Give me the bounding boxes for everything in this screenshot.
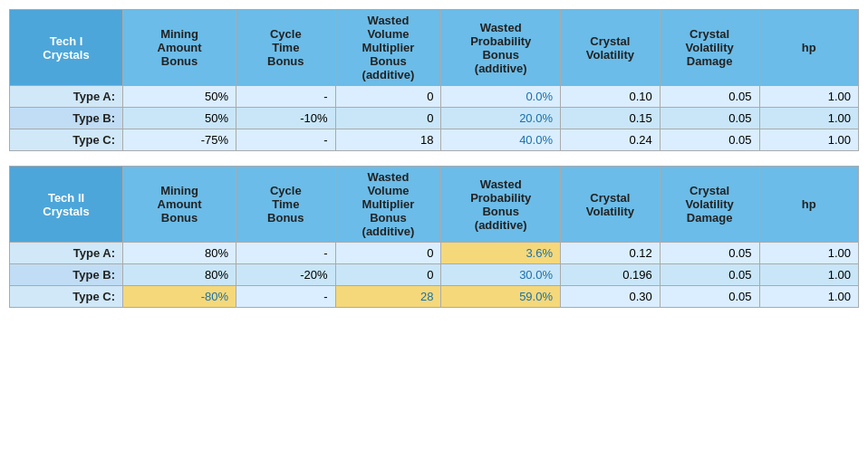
tech1-row-2-label: Type C: [10,129,123,151]
tech2-col-1: Cycle Time Bonus [236,167,335,243]
tech1-row-1-cell-0: 50% [123,108,236,129]
tech1-row-2-cell-6: 1.00 [759,129,858,151]
tech2-row-1-cell-6: 1.00 [759,264,858,286]
tech2-row-2-label: Type C: [10,286,123,308]
tech2-row-1-cell-3: 30.0% [441,264,561,286]
tech1-row-2-cell-4: 0.24 [561,129,661,151]
tech1-row-0-cell-0: 50% [123,86,236,108]
tech2-col-5: Crystal Volatility Damage [660,167,759,243]
tech1-row-0-label: Type A: [10,86,123,108]
tech2-row-0-cell-2: 0 [335,243,441,264]
tech2-row-2-cell-3: 59.0% [441,286,561,308]
tech1-row-0-cell-1: - [236,86,335,108]
tech1-col-6: hp [759,10,858,86]
tech1-row-2-cell-0: -75% [123,129,236,151]
tech1-row-0: Type A:50%-00.0%0.100.051.00 [10,86,859,108]
tech1-col-3: Wasted Probability Bonus (additive) [441,10,561,86]
tech2-row-2-cell-2: 28 [335,286,441,308]
tech2-row-1-label: Type B: [10,264,123,286]
tech1-row-2-cell-5: 0.05 [660,129,759,151]
tech1-row-0-cell-2: 0 [335,86,441,108]
tech1-row-1-cell-3: 20.0% [441,108,561,129]
tech2-row-2-cell-5: 0.05 [660,286,759,308]
tech1-row-1-cell-2: 0 [335,108,441,129]
tech1-row-0-cell-3: 0.0% [441,86,561,108]
tech1-col-2: Wasted Volume Multiplier Bonus (additive… [335,10,441,86]
tech1-row-1-cell-4: 0.15 [561,108,661,129]
tech1-col-5: Crystal Volatility Damage [660,10,759,86]
tables-container: Tech I CrystalsMining Amount BonusCycle … [9,9,859,308]
tech2-row-0-cell-4: 0.12 [561,243,661,264]
tech2-row-1-cell-2: 0 [335,264,441,286]
tech1-col-4: Crystal Volatility [561,10,661,86]
tech2-row-1-cell-5: 0.05 [660,264,759,286]
table-tech2: Tech II CrystalsMining Amount BonusCycle… [9,166,859,308]
tech2-header-label: Tech II Crystals [10,167,123,243]
tech2-row-0: Type A:80%-03.6%0.120.051.00 [10,243,859,264]
tech1-row-2-cell-3: 40.0% [441,129,561,151]
tech2-row-1: Type B:80%-20%030.0%0.1960.051.00 [10,264,859,286]
tech2-row-0-label: Type A: [10,243,123,264]
tech1-row-1-label: Type B: [10,108,123,129]
tech2-row-0-cell-5: 0.05 [660,243,759,264]
tech1-row-1-cell-5: 0.05 [660,108,759,129]
tech2-row-2: Type C:-80%-2859.0%0.300.051.00 [10,286,859,308]
tech2-row-1-cell-0: 80% [123,264,236,286]
tech2-row-2-cell-0: -80% [123,286,236,308]
tech2-col-4: Crystal Volatility [561,167,661,243]
tech2-row-0-cell-1: - [236,243,335,264]
tech2-row-1-cell-4: 0.196 [561,264,661,286]
table-tech1: Tech I CrystalsMining Amount BonusCycle … [9,9,859,151]
tech1-row-0-cell-4: 0.10 [561,86,661,108]
tech2-row-0-cell-6: 1.00 [759,243,858,264]
tech1-header-label: Tech I Crystals [10,10,123,86]
tech1-row-2-cell-1: - [236,129,335,151]
tech1-row-1-cell-1: -10% [236,108,335,129]
tech1-row-1: Type B:50%-10%020.0%0.150.051.00 [10,108,859,129]
tech1-col-0: Mining Amount Bonus [123,10,236,86]
tech2-row-2-cell-1: - [236,286,335,308]
tech2-row-0-cell-0: 80% [123,243,236,264]
tech2-col-6: hp [759,167,858,243]
tech2-col-3: Wasted Probability Bonus (additive) [441,167,561,243]
tech2-row-2-cell-6: 1.00 [759,286,858,308]
tech1-row-2-cell-2: 18 [335,129,441,151]
tech1-col-1: Cycle Time Bonus [236,10,335,86]
tech2-col-2: Wasted Volume Multiplier Bonus (additive… [335,167,441,243]
tech2-row-0-cell-3: 3.6% [441,243,561,264]
tech2-row-1-cell-1: -20% [236,264,335,286]
tech1-row-2: Type C:-75%-1840.0%0.240.051.00 [10,129,859,151]
tech1-row-0-cell-5: 0.05 [660,86,759,108]
tech2-col-0: Mining Amount Bonus [123,167,236,243]
tech1-row-1-cell-6: 1.00 [759,108,858,129]
tech1-row-0-cell-6: 1.00 [759,86,858,108]
tech2-row-2-cell-4: 0.30 [561,286,661,308]
